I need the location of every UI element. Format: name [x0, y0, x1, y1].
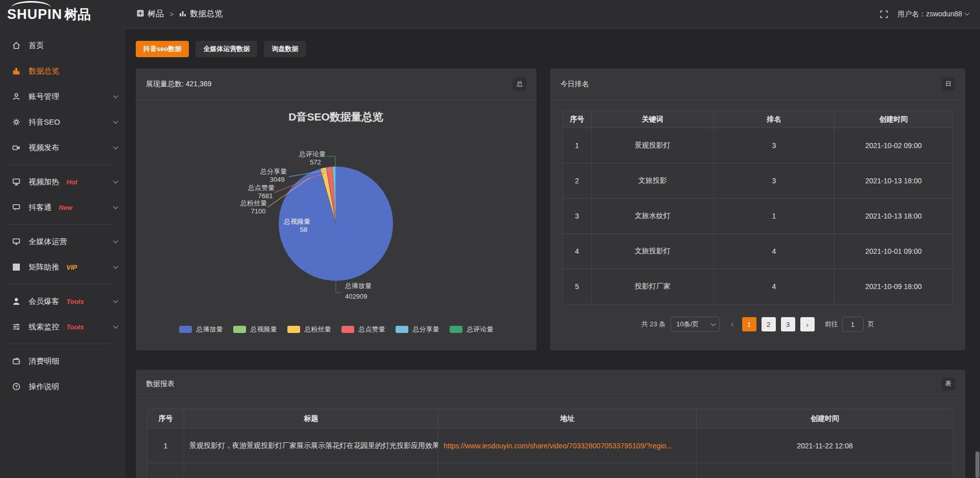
next-page-button[interactable]: ›: [800, 317, 815, 331]
pie-label-comments-value: 572: [310, 158, 321, 166]
sidebar-menu: 首页 数据总览 账号管理 抖音SEO: [0, 29, 126, 399]
sidebar-divider: [8, 224, 112, 225]
legend-label: 总分享量: [413, 325, 439, 334]
sidebar-item-label: 视频发布: [29, 143, 59, 153]
legend-item-shares[interactable]: 总分享量: [396, 325, 439, 334]
sidebar-item-data-overview[interactable]: 数据总览: [0, 58, 126, 84]
chevron-down-icon: [113, 144, 118, 149]
chevron-down-icon: [113, 178, 118, 183]
sidebar-item-lead-monitor[interactable]: 线索监控 Tools: [0, 314, 126, 340]
sidebar-item-label: 消费明细: [29, 356, 59, 366]
cell-url: https://www.iesdouyin.com/share/video/70…: [438, 428, 697, 463]
total-badge-button[interactable]: 总: [513, 78, 526, 91]
sidebar-item-label: 全媒体运营: [29, 237, 67, 247]
user-menu[interactable]: 用户名：zswodun88: [897, 10, 969, 19]
pie-chart: D音SEO数据量总览: [136, 100, 536, 321]
tab-douyin-seo-data[interactable]: 抖音seo数据: [136, 41, 189, 57]
pie-label-likes-value: 7681: [258, 192, 273, 200]
sidebar: SHUPIN 树品 首页 数据总览 账号管理: [0, 0, 126, 478]
user-icon: [11, 296, 21, 306]
legend-label: 总评论量: [467, 325, 494, 334]
page-content: 抖音seo数据 全媒体运营数据 询盘数据 展现量总数: 421,369 总 D音…: [126, 29, 980, 478]
sidebar-item-media-operation[interactable]: 全媒体运营: [0, 229, 126, 254]
pie-label-comments-name: 总评论量: [299, 150, 326, 158]
legend-swatch: [396, 326, 408, 333]
sidebar-item-douyin-seo[interactable]: 抖音SEO: [0, 109, 126, 135]
sidebar-item-home[interactable]: 首页: [0, 33, 126, 58]
legend-item-comments[interactable]: 总评论量: [450, 325, 494, 334]
page-button-2[interactable]: 2: [762, 317, 776, 331]
legend-swatch: [287, 326, 300, 333]
table-header-row: 序号 关键词 排名 创建时间: [563, 111, 953, 128]
sidebar-item-label: 首页: [29, 41, 44, 51]
scrollbar-thumb[interactable]: [975, 451, 979, 478]
ranking-card-title: 今日排名: [560, 80, 589, 89]
topbar-right: 用户名：zswodun88: [880, 10, 969, 19]
breadcrumb: 树品 > 数据总览: [137, 9, 223, 19]
legend-item-videos[interactable]: 总视频量: [233, 325, 277, 334]
sidebar-item-video-publish[interactable]: 视频发布: [0, 135, 126, 160]
sidebar-item-account[interactable]: 账号管理: [0, 84, 126, 109]
sidebar-item-label: 操作说明: [29, 382, 59, 392]
cell-keyword: 文旅投影: [592, 163, 714, 199]
legend-item-play[interactable]: 总播放量: [179, 325, 223, 334]
sidebar-item-video-heat[interactable]: 视频加热 Hot: [0, 169, 126, 195]
legend-item-likes[interactable]: 总点赞量: [341, 325, 385, 334]
sidebar-item-label: 线索监控: [29, 322, 59, 332]
sidebar-item-member-baoke[interactable]: 会员爆客 Tools: [0, 289, 126, 314]
cell-created: 2021-10-09 18:00: [835, 269, 953, 304]
page-button-3[interactable]: 3: [781, 317, 795, 331]
col-header-index: 序号: [563, 111, 592, 128]
cell-keyword: 景观投影灯: [592, 128, 714, 163]
grid-icon: [11, 262, 21, 272]
bar-chart-icon: [11, 66, 21, 76]
data-tabs: 抖音seo数据 全媒体运营数据 询盘数据: [136, 41, 965, 57]
cell-created: 2021-10-13 18:00: [835, 163, 953, 199]
sidebar-item-label: 会员爆客: [29, 297, 59, 306]
topbar: 树品 > 数据总览 用户名：zswodun88: [126, 0, 980, 29]
col-header-created: 创建时间: [697, 409, 953, 428]
sidebar-item-consumption[interactable]: 消费明细: [0, 348, 126, 374]
page-button-1[interactable]: 1: [742, 317, 756, 331]
pagination: 共 23 条 10条/页 ‹ 1 2 3 › 前往 页: [550, 317, 965, 332]
legend-label: 总粉丝量: [305, 325, 331, 334]
seo-overview-card: 展现量总数: 421,369 总 D音SEO数据量总览: [136, 68, 536, 350]
sidebar-item-matrix-boost[interactable]: 矩阵助推 VIP: [0, 254, 126, 280]
sidebar-item-label: 抖音SEO: [29, 117, 60, 127]
cell-index: 4: [563, 234, 592, 269]
sidebar-item-douketong[interactable]: 抖客通 New: [0, 195, 126, 220]
legend-item-fans[interactable]: 总粉丝量: [287, 325, 331, 334]
chevron-down-icon: [113, 264, 118, 269]
legend-swatch: [450, 326, 462, 333]
cell-rank: 4: [714, 269, 835, 304]
sidebar-item-help[interactable]: ? 操作说明: [0, 374, 126, 399]
sidebar-item-label: 账号管理: [29, 92, 59, 102]
breadcrumb-item-current: 数据总览: [190, 9, 223, 19]
hot-badge: Hot: [66, 178, 78, 186]
logo-arc: [11, 1, 51, 14]
breadcrumb-item[interactable]: 树品: [148, 9, 164, 19]
prev-page-button[interactable]: ‹: [728, 319, 737, 329]
ranking-table: 序号 关键词 排名 创建时间 1 景观投影灯 3 2021-10-02 09:0…: [562, 110, 953, 304]
page-size-select[interactable]: 10条/页: [671, 317, 720, 332]
legend-swatch: [179, 326, 192, 333]
legend-label: 总播放量: [197, 325, 223, 334]
goto-page-input[interactable]: [842, 317, 864, 332]
daily-badge-button[interactable]: 日: [942, 78, 955, 91]
table-badge-button[interactable]: 表: [942, 377, 955, 391]
cell-index: 1: [563, 128, 592, 163]
fullscreen-icon[interactable]: [880, 10, 888, 18]
sidebar-divider: [8, 164, 112, 165]
pie-label-shares-value: 3049: [270, 176, 285, 183]
tab-inquiry-data[interactable]: 询盘数据: [264, 41, 306, 57]
chevron-down-icon: [113, 323, 118, 328]
cell-rank: 1: [714, 199, 835, 234]
chevron-down-icon: [113, 238, 118, 243]
table-row: 4 文旅投影灯 4 2021-10-01 09:00: [563, 234, 953, 269]
pie-label-fans-value: 7100: [251, 207, 266, 215]
question-circle-icon: ?: [11, 381, 21, 392]
tab-media-operation-data[interactable]: 全媒体运营数据: [195, 41, 257, 57]
video-link[interactable]: https://www.iesdouyin.com/share/video/70…: [444, 442, 672, 450]
col-header-keyword: 关键词: [592, 111, 714, 128]
chart-title: D音SEO数据量总览: [288, 111, 383, 123]
